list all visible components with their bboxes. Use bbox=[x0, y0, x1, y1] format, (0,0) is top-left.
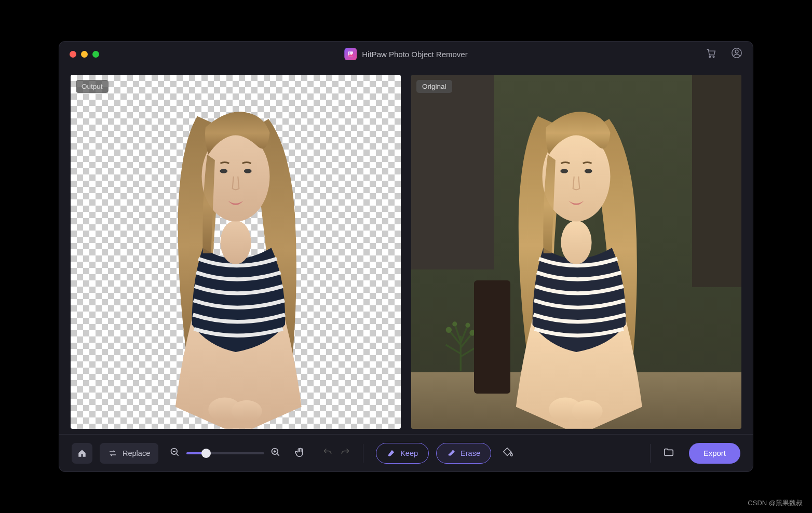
zoom-out-icon[interactable] bbox=[170, 447, 180, 460]
subject-cutout bbox=[124, 89, 348, 429]
user-icon[interactable] bbox=[731, 47, 742, 61]
output-panel[interactable]: Output bbox=[71, 75, 401, 429]
keep-label: Keep bbox=[400, 449, 418, 457]
minimize-button[interactable] bbox=[81, 51, 88, 58]
svg-point-18 bbox=[560, 169, 568, 173]
svg-point-1 bbox=[349, 52, 350, 53]
original-label: Original bbox=[416, 80, 452, 93]
svg-point-5 bbox=[735, 50, 738, 53]
watermark-text: CSDN @黑果魏叔 bbox=[748, 498, 803, 508]
app-icon bbox=[344, 48, 357, 60]
svg-point-19 bbox=[585, 169, 592, 173]
svg-point-12 bbox=[446, 327, 452, 333]
divider bbox=[363, 444, 363, 463]
erase-label: Erase bbox=[461, 449, 480, 457]
traffic-lights bbox=[70, 51, 99, 58]
svg-point-14 bbox=[452, 321, 457, 326]
app-window: HitPaw Photo Object Remover Output bbox=[59, 41, 753, 472]
close-button[interactable] bbox=[70, 51, 76, 58]
home-button[interactable] bbox=[72, 443, 92, 464]
undo-redo-group bbox=[322, 447, 350, 460]
pan-hand-icon[interactable] bbox=[294, 447, 306, 460]
svg-point-9 bbox=[244, 169, 252, 173]
undo-icon[interactable] bbox=[322, 447, 333, 460]
svg-point-2 bbox=[709, 56, 711, 58]
subject-original bbox=[464, 89, 688, 429]
app-title-text: HitPaw Photo Object Remover bbox=[362, 50, 467, 59]
cart-icon[interactable] bbox=[705, 47, 716, 61]
erase-button[interactable]: Erase bbox=[436, 443, 491, 464]
brush-icon bbox=[387, 449, 396, 457]
open-folder-icon[interactable] bbox=[663, 447, 674, 460]
app-title: HitPaw Photo Object Remover bbox=[344, 48, 467, 60]
swap-icon bbox=[108, 449, 117, 458]
tool-pills: Keep Erase bbox=[376, 443, 513, 464]
original-panel[interactable]: Original bbox=[411, 75, 741, 429]
zoom-in-icon[interactable] bbox=[270, 447, 281, 460]
eraser-icon bbox=[447, 449, 456, 457]
toolbar: Replace Keep bbox=[59, 434, 753, 471]
zoom-controls bbox=[170, 447, 281, 460]
svg-point-11 bbox=[232, 400, 262, 422]
bucket-fill-icon[interactable] bbox=[502, 447, 513, 460]
zoom-slider[interactable] bbox=[186, 452, 264, 454]
divider bbox=[650, 444, 651, 463]
svg-point-16 bbox=[561, 221, 591, 264]
titlebar: HitPaw Photo Object Remover bbox=[59, 42, 753, 66]
export-button[interactable]: Export bbox=[689, 443, 740, 464]
redo-icon[interactable] bbox=[340, 447, 350, 460]
maximize-button[interactable] bbox=[92, 51, 99, 58]
content-area: Output bbox=[59, 66, 753, 434]
replace-button[interactable]: Replace bbox=[100, 443, 158, 464]
svg-point-6 bbox=[220, 221, 251, 264]
replace-label: Replace bbox=[123, 449, 150, 457]
svg-point-3 bbox=[713, 56, 714, 58]
svg-point-8 bbox=[220, 169, 227, 173]
svg-point-21 bbox=[572, 400, 603, 422]
output-label: Output bbox=[76, 80, 109, 93]
keep-button[interactable]: Keep bbox=[376, 443, 429, 464]
